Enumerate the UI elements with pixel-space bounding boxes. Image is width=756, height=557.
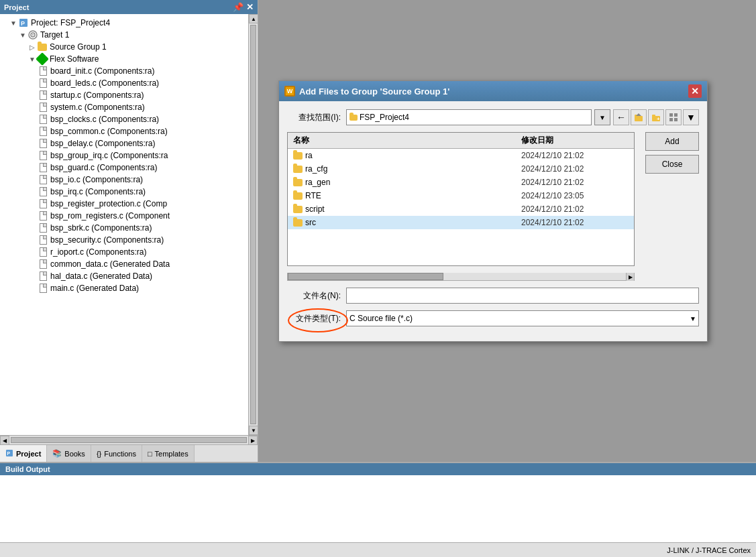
- tab-templates[interactable]: □ Templates: [142, 445, 195, 462]
- close-button[interactable]: Close: [645, 155, 699, 174]
- file-icon-4: [38, 114, 48, 125]
- tree-file-2[interactable]: startup.c (Components:ra): [0, 89, 248, 101]
- svg-rect-14: [669, 118, 673, 121]
- panel-hscrollbar[interactable]: ◀ ▶: [0, 435, 258, 444]
- project-icon: P: [18, 17, 29, 28]
- up-folder-btn[interactable]: [631, 109, 647, 125]
- dialog-title: Add Files to Group 'Source Group 1': [299, 86, 449, 97]
- folder-item-ra-gen[interactable]: ra_gen 2024/12/10 21:02: [288, 176, 634, 189]
- dialog-close-button[interactable]: ✕: [688, 84, 702, 98]
- flex-software-label: Flex Software: [50, 54, 99, 64]
- col-name-header: 名称: [293, 135, 521, 146]
- svg-text:P: P: [21, 20, 25, 27]
- tree-file-0[interactable]: board_init.c (Components:ra): [0, 65, 248, 77]
- dialog-filename-row: 文件名(N):: [287, 288, 699, 304]
- main-layout: Project 📌 ✕ ▼ P: [0, 0, 756, 557]
- view-toggle-btn[interactable]: [665, 109, 682, 125]
- tree-file-1[interactable]: board_leds.c (Components:ra): [0, 77, 248, 89]
- tree-source-group[interactable]: ▷ Source Group 1: [0, 41, 248, 53]
- pin-icon[interactable]: 📌: [233, 2, 244, 12]
- dialog-path-container: FSP_Project4 ▼ ←: [346, 109, 699, 125]
- folder-item-src[interactable]: src 2024/12/10 21:02: [288, 216, 634, 229]
- tree-file-14[interactable]: bsp_security.c (Components:ra): [0, 234, 248, 246]
- build-output-panel: Build Output: [0, 462, 756, 542]
- tree-file-4[interactable]: bsp_clocks.c (Components:ra): [0, 113, 248, 125]
- file-icon-0: [38, 66, 48, 76]
- add-files-dialog: W Add Files to Group 'Source Group 1' ✕ …: [278, 80, 708, 342]
- svg-rect-10: [652, 115, 655, 117]
- target-label: Target 1: [40, 30, 69, 40]
- scroll-up-btn[interactable]: ▲: [249, 14, 258, 23]
- tab-project-label: Project: [16, 450, 41, 458]
- tab-functions[interactable]: {} Functions: [91, 445, 142, 462]
- view-dropdown-btn[interactable]: ▼: [683, 109, 699, 125]
- filetype-select[interactable]: C Source file (*.c) C Header file (*.h) …: [346, 310, 699, 326]
- tree-file-5[interactable]: bsp_common.c (Components:ra): [0, 125, 248, 137]
- target-icon: [28, 29, 38, 40]
- folder-date-ra-gen: 2024/12/10 21:02: [521, 178, 629, 187]
- panel-titlebar-icons: 📌 ✕: [233, 2, 254, 12]
- tree-file-11[interactable]: bsp_register_protection.c (Comp: [0, 198, 248, 210]
- tree-file-9[interactable]: bsp_io.c (Components:ra): [0, 174, 248, 186]
- tree-file-18[interactable]: main.c (Generated Data): [0, 282, 248, 294]
- project-tree[interactable]: ▼ P Project: FSP_Project4 ▼: [0, 14, 248, 435]
- tab-project[interactable]: P Project: [0, 445, 47, 462]
- scroll-thumb[interactable]: [250, 25, 256, 424]
- file-icon-11: [38, 198, 48, 209]
- tab-books[interactable]: 📚 Books: [47, 445, 91, 462]
- tree-file-16[interactable]: common_data.c (Generated Data: [0, 258, 248, 270]
- tree-file-3[interactable]: system.c (Components:ra): [0, 101, 248, 113]
- add-button[interactable]: Add: [645, 132, 699, 151]
- tree-file-12[interactable]: bsp_rom_registers.c (Component: [0, 210, 248, 222]
- flex-software-icon: [37, 54, 48, 64]
- tree-file-10[interactable]: bsp_irq.c (Components:ra): [0, 186, 248, 198]
- new-folder-btn[interactable]: +: [648, 109, 664, 125]
- build-output-content: [0, 475, 756, 540]
- folder-item-ra[interactable]: ra 2024/12/10 21:02: [288, 149, 634, 162]
- dialog-logo: W: [284, 86, 295, 97]
- file-list[interactable]: 名称 修改日期 ra 2024/12/10 21:02: [287, 132, 635, 266]
- close-panel-icon[interactable]: ✕: [246, 2, 254, 12]
- file-icon-7: [38, 150, 48, 161]
- tree-file-7[interactable]: bsp_group_irq.c (Components:ra: [0, 149, 248, 162]
- folder-name-script: script: [293, 204, 521, 214]
- tree-file-6[interactable]: bsp_delay.c (Components:ra): [0, 137, 248, 149]
- tree-flex-software[interactable]: ▼ Flex Software: [0, 53, 248, 65]
- tree-file-17[interactable]: hal_data.c (Generated Data): [0, 270, 248, 282]
- filename-label: 文件名(N):: [287, 290, 341, 302]
- tree-file-13[interactable]: bsp_sbrk.c (Components:ra): [0, 222, 248, 234]
- hscroll-right-btn[interactable]: ▶: [626, 273, 634, 281]
- hscroll-thumb[interactable]: [288, 273, 443, 280]
- folder-item-script[interactable]: script 2024/12/10 21:02: [288, 202, 634, 216]
- panel-scroll-area: ▼ P Project: FSP_Project4 ▼: [0, 14, 258, 435]
- tree-target[interactable]: ▼ Target 1: [0, 29, 248, 41]
- file-list-header: 名称 修改日期: [288, 133, 634, 149]
- scroll-left-btn[interactable]: ◀: [0, 436, 9, 445]
- expand-arrow-target: ▼: [19, 31, 27, 39]
- hscroll-thumb[interactable]: [11, 437, 247, 443]
- dialog-filetype-row: 文件类型(T): C Source file (*.c) C Header fi…: [287, 310, 699, 326]
- path-dropdown-btn[interactable]: ▼: [594, 109, 610, 125]
- file-icon-10: [38, 186, 48, 197]
- dialog-body: 查找范围(I): FSP_Project4 ▼: [279, 101, 707, 341]
- scroll-right-btn[interactable]: ▶: [248, 436, 258, 445]
- dialog-title-left: W Add Files to Group 'Source Group 1': [284, 86, 449, 97]
- back-btn[interactable]: ←: [613, 109, 629, 125]
- panel-tabs: P Project 📚 Books {} Functions □ Templat…: [0, 444, 258, 462]
- tree-project-root[interactable]: ▼ P Project: FSP_Project4: [0, 17, 248, 29]
- expand-arrow-flex: ▼: [28, 55, 36, 63]
- tree-file-15[interactable]: r_ioport.c (Components:ra): [0, 246, 248, 258]
- tree-file-8[interactable]: bsp_guard.c (Components:ra): [0, 162, 248, 174]
- functions-icon: {}: [97, 450, 101, 458]
- filename-input[interactable]: [346, 288, 699, 304]
- status-bar: J-LINK / J-TRACE Cortex: [0, 542, 756, 557]
- svg-rect-12: [669, 113, 673, 117]
- file-list-hscroll[interactable]: ▶: [287, 273, 635, 281]
- folder-source-icon: [37, 42, 48, 52]
- panel-vscrollbar[interactable]: ▲ ▼: [248, 14, 258, 435]
- folder-item-ra-cfg[interactable]: ra_cfg 2024/12/10 21:02: [288, 162, 634, 176]
- folder-name-ra-gen: ra_gen: [293, 178, 521, 187]
- folder-item-rte[interactable]: RTE 2024/12/10 23:05: [288, 189, 634, 202]
- scroll-down-btn[interactable]: ▼: [249, 426, 258, 435]
- file-icon-15: [38, 247, 48, 257]
